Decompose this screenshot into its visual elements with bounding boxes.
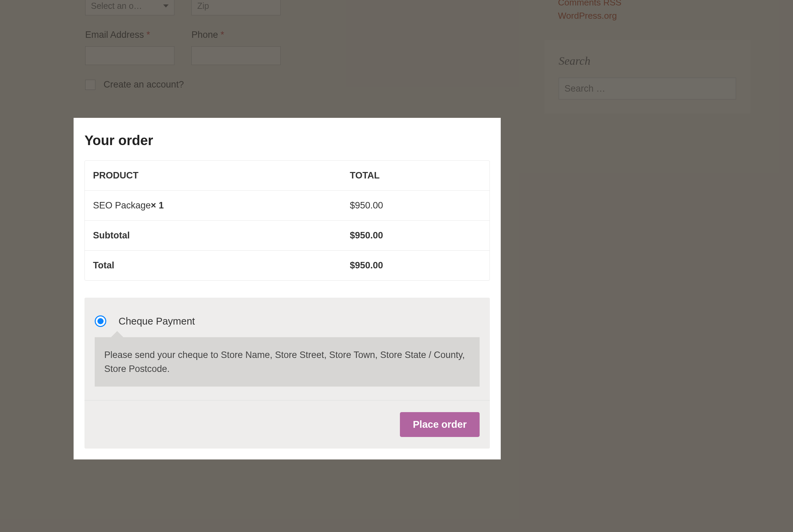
required-star-icon: * — [221, 30, 224, 40]
create-account-checkbox[interactable] — [85, 80, 95, 90]
cheque-payment-label: Cheque Payment — [119, 316, 195, 327]
select-placeholder: Select an o… — [91, 1, 142, 11]
search-title: Search — [559, 54, 736, 67]
product-name-cell: SEO Package× 1 — [85, 191, 342, 220]
total-label: Total — [85, 251, 342, 280]
create-account-label[interactable]: Create an account? — [104, 79, 184, 90]
total-row: Total $950.00 — [85, 251, 489, 280]
cheque-payment-option[interactable]: Cheque Payment — [84, 298, 490, 337]
subtotal-row: Subtotal $950.00 — [85, 221, 489, 251]
order-table: Product Total SEO Package× 1 $950.00 Sub… — [84, 160, 490, 281]
search-input[interactable] — [559, 78, 736, 99]
required-star-icon: * — [146, 30, 150, 40]
subtotal-value: $950.00 — [342, 221, 489, 250]
subtotal-label: Subtotal — [85, 221, 342, 250]
product-row: SEO Package× 1 $950.00 — [85, 191, 489, 221]
cheque-radio-button[interactable] — [95, 315, 106, 327]
cheque-payment-description: Please send your cheque to Store Name, S… — [95, 337, 480, 387]
checkout-form: Select an o… Email Address * Phone * — [85, 0, 501, 90]
phone-input[interactable] — [191, 46, 281, 65]
order-modal: Your order Product Total SEO Package× 1 … — [74, 118, 501, 459]
zip-input[interactable] — [191, 0, 281, 15]
product-price-cell: $950.00 — [342, 191, 489, 220]
payment-box: Cheque Payment Please send your cheque t… — [84, 298, 490, 449]
payment-desc-wrap: Please send your cheque to Store Name, S… — [84, 337, 490, 400]
email-input[interactable] — [85, 46, 174, 65]
radio-selected-icon — [97, 318, 104, 324]
total-header: Total — [342, 161, 489, 190]
product-header: Product — [85, 161, 342, 190]
chevron-down-icon — [163, 4, 169, 7]
place-order-button[interactable]: Place order — [400, 412, 480, 437]
payment-footer: Place order — [84, 400, 490, 449]
table-header-row: Product Total — [85, 161, 489, 191]
wordpress-org-link[interactable]: WordPress.org — [544, 11, 750, 21]
total-value: $950.00 — [342, 251, 489, 280]
state-select[interactable]: Select an o… — [85, 0, 174, 15]
phone-label: Phone * — [191, 30, 281, 40]
order-title: Your order — [84, 133, 490, 148]
sidebar: Comments RSS WordPress.org Search — [544, 0, 750, 114]
comments-rss-link[interactable]: Comments RSS — [544, 0, 750, 8]
email-label: Email Address * — [85, 30, 174, 40]
search-widget: Search — [544, 40, 750, 114]
